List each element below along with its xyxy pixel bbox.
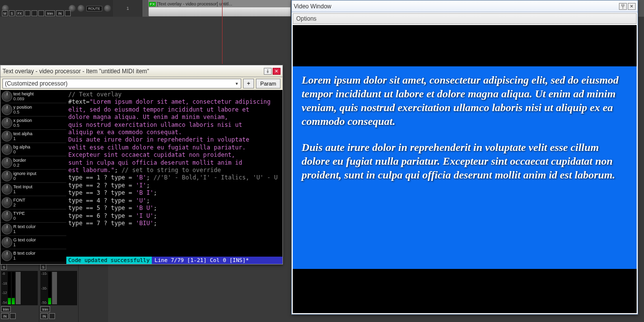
code-line: // Text overlay	[68, 91, 280, 98]
video-menubar: Options	[293, 13, 637, 24]
track-buttons: M S FX trim IN	[0, 9, 113, 18]
trim-button[interactable]: trim	[45, 10, 55, 16]
in-label[interactable]: IN	[1, 313, 9, 319]
knob-row-1[interactable]: y position0.5	[0, 103, 66, 117]
db-label: -12	[2, 291, 7, 294]
chevron-down-icon: ▼	[235, 82, 239, 86]
knob-icon[interactable]	[1, 210, 12, 221]
knob-name: border	[13, 158, 26, 163]
pin-icon[interactable]	[264, 68, 272, 75]
code-line: #text="Lorem ipsum dolor sit amet, conse…	[68, 98, 280, 106]
knob-value: 0	[13, 216, 25, 221]
knob-value: 0.5	[13, 123, 32, 128]
playhead[interactable]	[222, 0, 223, 64]
track-number: 1	[113, 0, 142, 17]
pin-icon[interactable]	[619, 3, 627, 10]
knob-row-10[interactable]: R text color1	[0, 223, 66, 236]
knob-icon[interactable]	[1, 250, 12, 261]
knob-icon[interactable]	[1, 117, 12, 128]
in-label[interactable]: IN	[40, 313, 48, 319]
misc-button-2[interactable]	[38, 10, 44, 16]
knob-name: ignore input	[13, 171, 36, 176]
param-button[interactable]: Param	[256, 79, 280, 88]
meter-bar	[8, 272, 11, 304]
knob-icon[interactable]	[1, 131, 12, 142]
close-button[interactable]: ✕	[628, 3, 636, 10]
knob-icon[interactable]	[1, 224, 12, 234]
misc-button[interactable]	[49, 313, 55, 319]
solo-button[interactable]: S	[9, 10, 15, 16]
code-line: est laborum."; // set to string to overr…	[68, 167, 280, 174]
knob-icon[interactable]	[1, 184, 12, 195]
code-line: type == 1 ? type = 'B'; //'B' - Bold,'I'…	[68, 174, 280, 181]
misc-button-1[interactable]	[31, 10, 37, 16]
misc-button-3[interactable]	[65, 10, 71, 16]
code-editor[interactable]: // Text overlay #text="Lorem ipsum dolor…	[66, 90, 282, 264]
close-button[interactable]: ✕	[273, 68, 280, 75]
knob-row-3[interactable]: text alpha1	[0, 130, 66, 143]
mixer-strip-2: S -10- -30- -50- trim IN	[39, 263, 79, 322]
code-line: quis nostrud exercitation ullamco labori…	[68, 121, 280, 129]
strip-solo[interactable]: S	[1, 264, 7, 270]
knob-row-5[interactable]: border0.2	[0, 156, 66, 170]
overlay-paragraph-2: Duis aute irure dolor in reprehenderit i…	[302, 141, 628, 182]
phase-button[interactable]	[25, 10, 30, 16]
processor-toolbar: (Customized processor) ▼ + Param	[0, 77, 282, 90]
code-line: aliquip ex ea commodo consequat.	[68, 129, 280, 136]
letterbox-bottom	[293, 269, 637, 313]
meter-2: -10- -30- -50-	[40, 271, 77, 305]
knob-row-2[interactable]: x position0.5	[0, 117, 66, 130]
processor-body: text height0.089 y position0.5 x positio…	[0, 90, 282, 264]
knob-icon[interactable]	[1, 144, 12, 155]
knob-row-7[interactable]: Text Input1	[0, 183, 66, 196]
mute-button[interactable]: M	[2, 10, 8, 16]
code-line: type == 2 ? type = 'I';	[68, 182, 280, 189]
video-titlebar[interactable]: Video Window ✕	[292, 0, 638, 12]
code-line: type == 6 ? type = 'I U';	[68, 212, 280, 220]
knob-name: text height	[13, 91, 34, 96]
knob-value: 1	[13, 136, 32, 141]
misc-button[interactable]	[10, 313, 16, 319]
knob-icon[interactable]	[1, 157, 12, 168]
code-line: type == 7 ? type = 'BIU';	[68, 220, 280, 227]
mixer: S -6 -18 -12 -54 trim IN	[0, 263, 108, 322]
knob-row-8[interactable]: FONT2	[0, 196, 66, 209]
status-position: Line 7/79 [1-21] Col 0 [INS]*	[152, 257, 282, 264]
trim-label[interactable]: trim	[1, 306, 11, 312]
knob-row-6[interactable]: ignore input0	[0, 170, 66, 183]
knob-name: bg alpha	[13, 145, 30, 149]
video-window: Video Window ✕ Options Lorem ipsum dolor…	[291, 0, 638, 315]
options-menu[interactable]: Options	[296, 15, 316, 22]
add-preset-button[interactable]: +	[243, 79, 254, 88]
knob-row-12[interactable]: B text color1	[0, 249, 66, 263]
media-clip[interactable]: FX [Text overlay - video processor] unti…	[148, 0, 291, 16]
video-canvas: Lorem ipsum dolor sit amet, consectetur …	[293, 25, 637, 313]
knob-icon[interactable]	[1, 197, 12, 208]
knob-icon[interactable]	[1, 91, 12, 102]
fx-button[interactable]: FX	[16, 10, 24, 16]
fader[interactable]	[52, 272, 57, 304]
knob-value: 1	[13, 229, 36, 234]
editor-status: Code updated successfully Line 7/79 [1-2…	[66, 257, 282, 264]
knob-row-4[interactable]: bg alpha0	[0, 143, 66, 156]
code-line: sunt in culpa qui officia deserunt molli…	[68, 159, 280, 167]
knob-name: G text color	[13, 237, 36, 242]
knob-row-0[interactable]: text height0.089	[0, 90, 66, 103]
status-message: Code updated successfully	[66, 257, 152, 264]
knob-value: 0	[13, 176, 36, 181]
knob-row-11[interactable]: G text color1	[0, 236, 66, 249]
processor-titlebar[interactable]: Text overlay - video processor - Item "u…	[0, 65, 282, 77]
knob-name: x position	[13, 118, 32, 123]
knob-icon[interactable]	[1, 104, 12, 115]
knob-row-9[interactable]: TYPE0	[0, 209, 66, 223]
knob-icon[interactable]	[1, 171, 12, 181]
knob-value: 0.089	[13, 96, 34, 101]
video-content: Lorem ipsum dolor sit amet, consectetur …	[293, 66, 637, 269]
preset-dropdown[interactable]: (Customized processor) ▼	[2, 79, 241, 88]
in-button[interactable]: IN	[56, 10, 64, 16]
strip-solo[interactable]: S	[40, 264, 46, 270]
knob-name: TYPE	[13, 211, 25, 216]
knob-icon[interactable]	[1, 237, 12, 248]
trim-label[interactable]: trim	[40, 306, 50, 312]
fader[interactable]	[16, 272, 21, 304]
